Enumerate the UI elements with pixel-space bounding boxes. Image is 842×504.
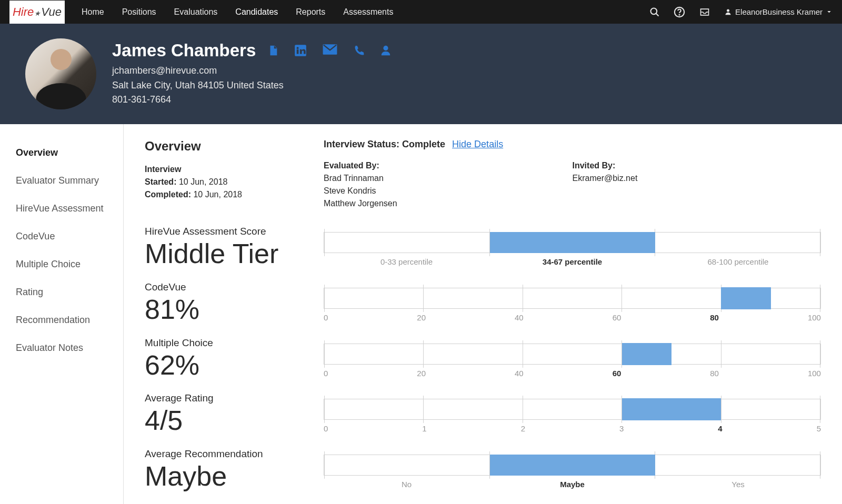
nav-evaluations[interactable]: Evaluations <box>174 7 218 17</box>
evaluated-by-label: Evaluated By: <box>324 161 379 170</box>
email-icon[interactable] <box>322 44 338 57</box>
mc-value: 62% <box>145 350 324 381</box>
rec-label: Average Recommendation <box>145 448 324 460</box>
interview-heading: Interview <box>145 165 181 174</box>
invited-by-value: Ekramer@biz.net <box>573 174 638 183</box>
logo[interactable]: Hire★Vue <box>9 1 65 24</box>
nav-candidates[interactable]: Candidates <box>235 7 278 17</box>
sidebar-item-codevue[interactable]: CodeVue <box>0 223 123 250</box>
avatar <box>25 38 96 109</box>
rec-bar <box>324 455 821 476</box>
sidebar-item-rating[interactable]: Rating <box>0 278 123 306</box>
evaluator-3: Matthew Jorgensen <box>324 199 397 208</box>
svg-point-0 <box>651 8 657 14</box>
sidebar-item-hirevue-assessment[interactable]: HireVue Assessment <box>0 195 123 223</box>
evaluator-2: Steve Kondris <box>324 186 376 195</box>
codevue-label: CodeVue <box>145 281 324 293</box>
candidate-phone: 801-361-7664 <box>112 94 171 105</box>
hide-details-link[interactable]: Hide Details <box>452 139 503 149</box>
hirevue-score-value: Middle Tier <box>145 238 324 270</box>
mc-bar <box>324 344 821 365</box>
invited-by-label: Invited By: <box>573 161 616 170</box>
phone-icon[interactable] <box>353 44 365 57</box>
person-icon[interactable] <box>380 44 392 57</box>
sidebar: Overview Evaluator Summary HireVue Asses… <box>0 124 124 504</box>
codevue-value: 81% <box>145 294 324 326</box>
mc-label: Multiple Choice <box>145 337 324 349</box>
help-icon[interactable] <box>674 6 685 18</box>
sidebar-item-overview[interactable]: Overview <box>0 139 123 167</box>
completed-label: Completed: <box>145 190 191 199</box>
user-name: EleanorBusiness Kramer <box>735 7 823 16</box>
nav-assessments[interactable]: Assessments <box>343 7 393 17</box>
hirevue-score-label: HireVue Assessment Score <box>145 226 324 237</box>
svg-line-1 <box>656 13 659 16</box>
codevue-bar <box>324 288 821 309</box>
sidebar-item-multiple-choice[interactable]: Multiple Choice <box>0 250 123 278</box>
interview-status-label: Interview Status: <box>324 139 399 149</box>
main-content: Overview Interview Started: 10 Jun, 2018… <box>124 124 842 504</box>
rating-bar <box>324 399 821 420</box>
candidate-location: Salt Lake City, Utah 84105 United States <box>112 80 284 90</box>
search-icon[interactable] <box>649 7 660 17</box>
nav-reports[interactable]: Reports <box>296 7 325 17</box>
user-menu[interactable]: EleanorBusiness Kramer <box>724 7 833 16</box>
nav-home[interactable]: Home <box>82 7 104 17</box>
svg-point-9 <box>384 45 388 50</box>
overview-title: Overview <box>145 139 324 154</box>
svg-point-6 <box>297 47 299 49</box>
sidebar-item-recommendation[interactable]: Recommendation <box>0 306 123 334</box>
linkedin-icon[interactable] <box>294 44 307 57</box>
candidate-name: James Chambers <box>112 41 256 61</box>
inbox-icon[interactable] <box>699 7 710 17</box>
main-nav: Home Positions Evaluations Candidates Re… <box>82 7 393 17</box>
rec-seg-no: No <box>324 480 489 489</box>
hirevue-percentile-bar <box>324 232 821 253</box>
percentile-seg-0: 0-33 percentile <box>324 257 489 266</box>
svg-point-4 <box>727 9 729 12</box>
svg-rect-7 <box>297 49 299 54</box>
nav-positions[interactable]: Positions <box>122 7 156 17</box>
sidebar-item-evaluator-notes[interactable]: Evaluator Notes <box>0 334 123 362</box>
rating-label: Average Rating <box>145 392 324 404</box>
interview-status-value: Complete <box>402 139 445 149</box>
percentile-seg-2: 68-100 percentile <box>655 257 821 266</box>
rec-value: Maybe <box>145 461 324 492</box>
top-nav-bar: Hire★Vue Home Positions Evaluations Cand… <box>0 0 842 24</box>
candidate-hero: James Chambers jchambers@hirevue.com Sal… <box>0 24 842 124</box>
started-value: 10 Jun, 2018 <box>179 177 228 186</box>
started-label: Started: <box>145 177 176 186</box>
document-icon[interactable] <box>267 44 279 57</box>
chevron-down-icon <box>826 8 833 15</box>
rating-value: 4/5 <box>145 405 324 437</box>
rec-seg-maybe: Maybe <box>489 480 655 489</box>
user-icon <box>724 8 732 16</box>
completed-value: 10 Jun, 2018 <box>193 190 242 199</box>
logo-text: Hire★Vue <box>13 5 62 19</box>
percentile-seg-1: 34-67 percentile <box>489 257 655 266</box>
rec-seg-yes: Yes <box>655 480 821 489</box>
candidate-email: jchambers@hirevue.com <box>112 65 217 76</box>
svg-point-3 <box>679 14 680 15</box>
evaluator-1: Brad Trinnaman <box>324 174 384 183</box>
sidebar-item-evaluator-summary[interactable]: Evaluator Summary <box>0 167 123 195</box>
